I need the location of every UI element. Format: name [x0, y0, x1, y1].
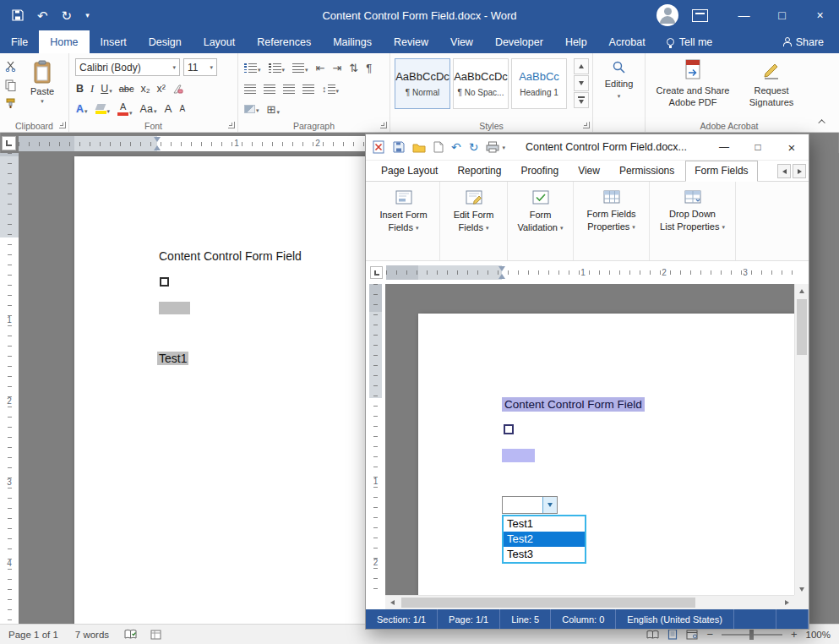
style-normal[interactable]: AaBbCcDc ¶ Normal [395, 58, 450, 109]
text-effects-button[interactable]: A▾ [76, 104, 88, 115]
open-folder-icon[interactable] [412, 142, 426, 153]
tab-insert[interactable]: Insert [90, 30, 138, 53]
page-indicator[interactable]: Page: 1/1 [438, 609, 500, 629]
close-button[interactable]: × [801, 0, 839, 30]
proofing-icon[interactable] [117, 629, 144, 640]
doc-heading-text[interactable]: Content Control Form Field [502, 397, 645, 412]
section-indicator[interactable]: Section: 1/1 [366, 609, 438, 629]
print-layout-icon[interactable] [667, 629, 678, 640]
drop-down-list-properties-button[interactable]: Drop DownList Properties▾ [650, 182, 736, 260]
page-indicator[interactable]: Page 1 of 1 [0, 630, 67, 640]
increase-indent-button[interactable]: ⇥ [332, 63, 341, 74]
align-center-button[interactable] [264, 85, 275, 94]
horizontal-scrollbar[interactable] [385, 595, 794, 609]
scroll-up-icon[interactable] [795, 284, 809, 298]
list-item-selected[interactable]: Test2 [504, 532, 585, 547]
styles-dialog-launcher-icon[interactable] [583, 122, 590, 128]
style-no-spacing[interactable]: AaBbCcDc ¶ No Spac... [453, 58, 509, 109]
clear-formatting-icon[interactable] [172, 84, 183, 95]
hanging-indent-marker[interactable] [498, 274, 505, 279]
list-item[interactable]: Test1 [504, 516, 585, 532]
paragraph-dialog-launcher-icon[interactable] [380, 122, 387, 128]
scrollbar-thumb[interactable] [401, 598, 695, 608]
tab-selector-button[interactable] [2, 136, 16, 150]
language-indicator[interactable]: English (United States) [616, 609, 734, 629]
form-fields-properties-button[interactable]: Form FieldsProperties▾ [574, 182, 650, 260]
align-left-button[interactable] [244, 85, 256, 94]
redo-icon[interactable]: ↻ [469, 141, 479, 153]
maximize-button[interactable]: □ [741, 134, 775, 160]
tab-mailings[interactable]: Mailings [322, 30, 383, 53]
horizontal-ruler[interactable]: 1 2 3 [386, 265, 793, 280]
save-icon[interactable] [12, 9, 24, 21]
tab-scroll-left-icon[interactable] [777, 164, 791, 178]
vertical-ruler[interactable]: 1 2 3 4 5 [0, 153, 19, 624]
tab-home[interactable]: Home [39, 30, 89, 53]
vertical-ruler[interactable]: 1 2 [369, 284, 382, 597]
create-share-pdf-button[interactable]: Create and ShareAdobe PDF [652, 59, 733, 109]
zoom-out-button[interactable]: − [706, 628, 713, 641]
decrease-indent-button[interactable]: ⇤ [316, 63, 325, 74]
change-case-button[interactable]: Aa▾ [140, 104, 157, 115]
sort-button[interactable]: ⇅ [349, 63, 358, 74]
word-count[interactable]: 7 words [67, 630, 117, 640]
read-mode-icon[interactable] [646, 630, 659, 640]
minimize-button[interactable]: — [707, 134, 741, 160]
scroll-right-icon[interactable] [780, 596, 794, 609]
horizontal-ruler[interactable]: 1 2 [19, 136, 365, 151]
macro-icon[interactable] [144, 630, 168, 640]
minimize-button[interactable]: — [725, 0, 763, 30]
undo-icon[interactable]: ↶ [451, 141, 461, 153]
font-dialog-launcher-icon[interactable] [228, 122, 235, 128]
overlay-document-page[interactable]: Content Control Form Field Test1 Test2 T… [418, 314, 794, 595]
ribbon-display-options-icon[interactable] [692, 9, 708, 22]
tab-help[interactable]: Help [554, 30, 598, 53]
styles-scroll-down-icon[interactable] [574, 75, 589, 91]
style-heading-1[interactable]: AaBbCc Heading 1 [511, 58, 567, 109]
qat-customize-icon[interactable]: ▾ [85, 12, 90, 19]
italic-button[interactable]: I [90, 84, 94, 95]
tab-scroll-right-icon[interactable] [793, 164, 806, 178]
line-indicator[interactable]: Line: 5 [500, 609, 551, 629]
zoom-slider-thumb[interactable] [749, 630, 754, 640]
superscript-button[interactable]: x² [157, 84, 166, 95]
bold-button[interactable]: B [76, 84, 84, 95]
cut-icon[interactable] [3, 60, 18, 73]
save-icon[interactable] [393, 141, 405, 153]
shrink-font-button[interactable]: A [179, 105, 185, 113]
request-signatures-button[interactable]: RequestSignatures [737, 59, 806, 109]
font-color-button[interactable]: A▾ [117, 102, 133, 116]
font-size-combobox[interactable]: 11▾ [183, 58, 217, 76]
numbering-button[interactable]: ▾ [269, 63, 286, 73]
borders-button[interactable]: ⊞▾ [267, 104, 280, 115]
strikethrough-button[interactable]: abc [119, 85, 134, 94]
combo-dropdown-button[interactable] [542, 497, 557, 513]
tab-design[interactable]: Design [138, 30, 193, 53]
line-spacing-button[interactable]: ↕▾ [322, 85, 339, 94]
zoom-level[interactable]: 100% [806, 630, 831, 640]
underline-button[interactable]: U▾ [101, 84, 112, 95]
grow-font-button[interactable]: A [164, 103, 172, 115]
column-indicator[interactable]: Column: 0 [551, 609, 616, 629]
first-line-indent-marker[interactable] [154, 137, 161, 142]
web-layout-icon[interactable] [686, 630, 698, 640]
dropdown-form-field[interactable] [502, 496, 558, 514]
tab-view[interactable]: View [569, 161, 608, 181]
tab-developer[interactable]: Developer [484, 30, 554, 53]
hanging-indent-marker[interactable] [154, 145, 161, 150]
tab-references[interactable]: References [246, 30, 322, 53]
zoom-in-button[interactable]: + [791, 628, 798, 641]
tab-reporting[interactable]: Reporting [449, 161, 509, 181]
insert-form-fields-button[interactable]: Insert FormFields▾ [368, 182, 440, 260]
form-validation-button[interactable]: FormValidation▾ [508, 182, 574, 260]
checkbox-form-field[interactable] [504, 424, 514, 434]
tab-permissions[interactable]: Permissions [611, 161, 683, 181]
first-line-indent-marker[interactable] [498, 266, 505, 271]
new-document-icon[interactable] [433, 141, 444, 153]
styles-scroll-up-icon[interactable] [574, 58, 589, 74]
zoom-slider[interactable] [722, 634, 782, 636]
print-button[interactable]: ▾ [486, 141, 505, 153]
tab-file[interactable]: File [0, 30, 39, 53]
tab-form-fields[interactable]: Form Fields [685, 161, 757, 182]
close-button[interactable]: × [775, 134, 809, 160]
